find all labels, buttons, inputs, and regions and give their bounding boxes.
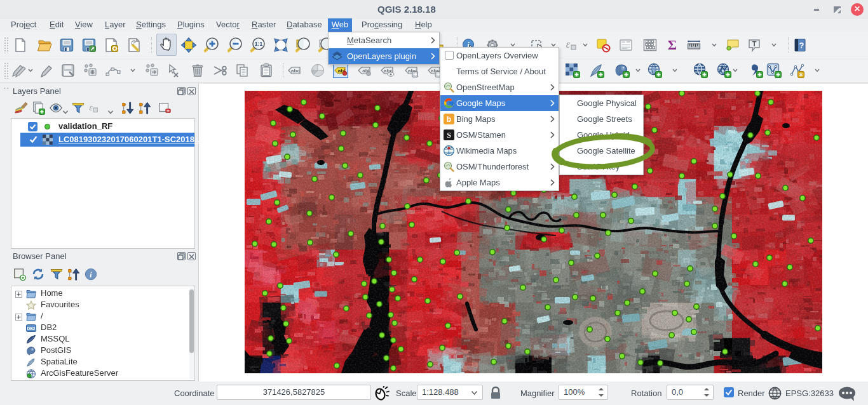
svg-text:ε: ε: [566, 39, 571, 50]
svg-text:ε: ε: [90, 103, 93, 112]
svg-text:DB2: DB2: [27, 326, 35, 331]
svg-text:abc: abc: [291, 68, 300, 74]
svg-text:1:1: 1:1: [255, 41, 263, 47]
svg-text:?: ?: [799, 41, 804, 50]
svg-text:Σ: Σ: [668, 37, 677, 53]
svg-text:S: S: [447, 131, 451, 140]
svg-text:T: T: [752, 40, 757, 48]
svg-text:b: b: [447, 115, 451, 124]
